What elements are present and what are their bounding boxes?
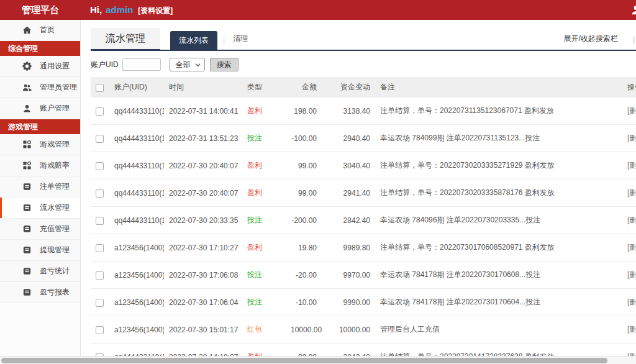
row-checkbox[interactable] [96, 217, 104, 225]
sidebar-section: 游戏管理 [0, 119, 80, 134]
type-badge: 投注 [247, 298, 262, 306]
row-checkbox[interactable] [96, 271, 104, 280]
amount-cell: 198.00 [286, 98, 322, 125]
search-button[interactable]: 搜索 [210, 58, 238, 71]
gear-icon [22, 61, 32, 71]
doc-icon [22, 182, 32, 192]
header-time: 时间 [164, 77, 242, 98]
remark-cell: 注单结算，单号：20220730203335878176 盈利发放 [375, 180, 622, 207]
balance-cell: 9990.00 [322, 289, 375, 316]
remark-cell: 注单结算，单号：20220731135123067071 盈利发放 [375, 98, 622, 125]
type-badge: 盈利 [247, 188, 262, 197]
sidebar-item[interactable]: 游戏管理 [0, 134, 80, 155]
main-content: 流水管理 流水列表 | 清理 展开/收起搜索栏 | 账户UID 全部 搜索 [81, 20, 636, 364]
time-cell: 2022-07-30 20:40:07 [164, 152, 242, 180]
remark-cell: 注单结算，单号：20220730203335271929 盈利发放 [375, 152, 622, 180]
amount-cell: 10000.00 [286, 316, 322, 344]
sidebar-item[interactable]: 首页 [0, 20, 80, 41]
remark-cell: 幸运农场 784096期 注单20220730203335...投注 [375, 207, 622, 234]
header-remark: 备注 [375, 77, 622, 98]
tab-flow-list[interactable]: 流水列表 [170, 31, 217, 50]
account-cell: qq444433110(1399) [109, 125, 164, 152]
scrollbar-thumb[interactable] [1, 358, 607, 363]
sidebar-item[interactable]: 流水管理 [0, 198, 80, 219]
account-cell: qq444433110(1399) [109, 180, 164, 207]
time-cell: 2022-07-30 15:01:17 [164, 316, 242, 344]
toggle-search-bar-link[interactable]: 展开/收起搜索栏 [564, 34, 618, 50]
amount-cell: -20.00 [286, 262, 322, 289]
amount-cell: 99.00 [286, 152, 322, 180]
remark-cell: 注单结算，单号：20220730170608520971 盈利发放 [375, 234, 622, 262]
type-badge: 投注 [247, 270, 262, 279]
type-select[interactable]: 全部 [170, 58, 205, 71]
sidebar-item[interactable]: 游戏赔率 [0, 155, 80, 176]
type-badge: 盈利 [247, 243, 262, 252]
sidebar-item[interactable]: 注单管理 [0, 176, 80, 198]
delete-link[interactable]: [删除] [627, 243, 636, 252]
account-cell: a123456(1400) [109, 234, 164, 262]
sidebar-section: 综合管理 [0, 41, 80, 56]
row-checkbox[interactable] [96, 107, 104, 116]
balance-cell: 10000.00 [322, 316, 375, 344]
table-row: a123456(1400) 2022-07-30 17:06:04 投注 -10… [91, 289, 636, 316]
amount-cell: -100.00 [286, 125, 322, 152]
sidebar-item[interactable]: 盈亏统计 [0, 261, 80, 282]
delete-link[interactable]: [删除] [627, 134, 636, 142]
sidebar-item[interactable]: 通用设置 [0, 56, 80, 77]
sidebar-item[interactable]: 账户管理 [0, 98, 80, 119]
row-checkbox[interactable] [96, 244, 104, 252]
delete-link[interactable]: [删除] [627, 325, 636, 334]
horizontal-scrollbar[interactable] [0, 356, 636, 364]
chevron-down-icon [195, 62, 201, 68]
type-badge: 投注 [247, 216, 262, 224]
table-row: a123456(1400) 2022-07-30 15:01:17 红包 100… [91, 316, 636, 344]
header-amount: 金额 [286, 77, 322, 98]
grid-icon [22, 140, 32, 150]
greeting: Hi, admin [资料设置] [90, 4, 173, 16]
profile-settings-link[interactable]: [资料设置] [138, 6, 173, 16]
doc-icon [22, 266, 32, 276]
sidebar-item[interactable]: 盈亏报表 [0, 282, 80, 303]
table-row: qq444433110(1399) 2022-07-30 20:33:35 投注… [91, 207, 636, 234]
user-icon [22, 104, 32, 114]
sidebar: 首页 综合管理 通用设置 管理员管理 账户管理 游戏管理 游戏管理 游戏赔率 注… [0, 20, 81, 364]
row-checkbox[interactable] [96, 326, 104, 334]
tab-flow-management[interactable]: 流水管理 [91, 28, 160, 51]
delete-link[interactable]: [删除] [627, 188, 636, 197]
delete-link[interactable]: [删除] [627, 298, 636, 306]
row-checkbox[interactable] [96, 162, 104, 170]
delete-link[interactable]: [删除] [627, 106, 636, 115]
logout-icon[interactable] [630, 4, 636, 17]
tab-cleanup[interactable]: 清理 [230, 34, 250, 50]
select-all-checkbox[interactable] [96, 84, 104, 92]
amount-cell: -10.00 [286, 289, 322, 316]
greeting-prefix: Hi, [90, 4, 102, 15]
users-icon [22, 83, 32, 93]
type-select-value: 全部 [176, 60, 191, 70]
amount-cell: 19.80 [286, 234, 322, 262]
delete-link[interactable]: [删除] [627, 216, 636, 224]
row-checkbox[interactable] [96, 135, 104, 143]
doc-icon [22, 224, 32, 234]
flow-table: 账户(UID) 时间 类型 金额 资金变动 备注 操作 qq444433110(… [91, 77, 636, 364]
search-bar: 账户UID 全部 搜索 [91, 58, 636, 71]
row-checkbox[interactable] [96, 299, 104, 307]
delete-link[interactable]: [删除] [627, 270, 636, 279]
row-checkbox[interactable] [96, 189, 104, 198]
table-row: a123456(1400) 2022-07-30 17:10:27 盈利 19.… [91, 234, 636, 262]
table-row: qq444433110(1399) 2022-07-30 20:40:07 盈利… [91, 180, 636, 207]
tab-bar: 流水管理 流水列表 | 清理 展开/收起搜索栏 | [91, 28, 636, 51]
balance-cell: 2940.40 [322, 125, 375, 152]
grid-icon [22, 161, 32, 171]
remark-cell: 幸运农场 784178期 注单20220730170608...投注 [375, 262, 622, 289]
sidebar-item[interactable]: 充值管理 [0, 219, 80, 240]
table-row: qq444433110(1399) 2022-07-31 13:51:23 投注… [91, 125, 636, 152]
amount-cell: -200.00 [286, 207, 322, 234]
uid-input[interactable] [122, 58, 161, 71]
table-row: a123456(1400) 2022-07-30 17:06:08 投注 -20… [91, 262, 636, 289]
header-type: 类型 [242, 77, 286, 98]
sidebar-item[interactable]: 管理员管理 [0, 77, 80, 98]
sidebar-item[interactable]: 提现管理 [0, 240, 80, 261]
delete-link[interactable]: [删除] [627, 161, 636, 170]
account-cell: a123456(1400) [109, 316, 164, 344]
